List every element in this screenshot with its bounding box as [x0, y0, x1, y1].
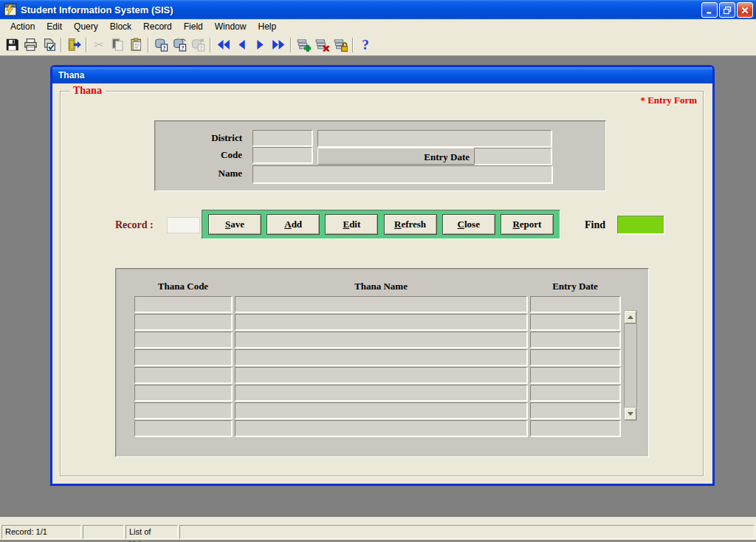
thana-code-cell[interactable]: [134, 296, 232, 312]
toolbar-separator: [148, 38, 149, 52]
menu-item-query[interactable]: Query: [68, 21, 104, 32]
menu-item-record[interactable]: Record: [137, 21, 178, 32]
close-button[interactable]: [737, 2, 753, 18]
window-title: Student Information System (SIS): [21, 4, 173, 16]
form-panel: District Code Entry Date Name: [154, 120, 606, 191]
district-code-field[interactable]: [252, 130, 312, 146]
record-status: Record: 1/1: [1, 525, 81, 539]
menu-item-field[interactable]: Field: [178, 21, 209, 32]
restore-button[interactable]: [719, 2, 735, 18]
grid-row-1: [134, 296, 620, 312]
svg-text:?: ?: [181, 45, 184, 52]
thana-name-cell[interactable]: [235, 296, 527, 312]
grid-row-7: [134, 402, 620, 419]
thana-name-cell[interactable]: [235, 420, 527, 436]
thana-code-cell[interactable]: [134, 367, 232, 383]
last-record-icon[interactable]: [269, 36, 287, 54]
thana-name-cell[interactable]: [235, 314, 527, 330]
toolbar: ✂ ? ? ?: [0, 34, 756, 56]
entry-date-cell[interactable]: [530, 420, 620, 436]
help-icon[interactable]: ?: [357, 36, 374, 54]
list-of-values-status: List of Values: [126, 525, 178, 539]
window-titlebar: Student Information System (SIS): [0, 0, 756, 19]
district-label: District: [161, 132, 242, 144]
entry-date-cell[interactable]: [530, 314, 620, 330]
minimize-button[interactable]: [701, 2, 718, 18]
thana-code-cell[interactable]: [134, 385, 232, 401]
exit-icon[interactable]: [65, 36, 83, 54]
entry-form-note: * Entry Form: [640, 95, 697, 106]
print-verify-icon[interactable]: [40, 36, 58, 54]
insert-record-icon[interactable]: [295, 36, 312, 54]
grid-row-3: [134, 332, 620, 348]
first-record-icon[interactable]: [214, 36, 232, 54]
toolbar-separator: [210, 38, 211, 52]
entry-date-cell[interactable]: [530, 349, 620, 366]
thana-window-titlebar[interactable]: Thana: [52, 67, 712, 83]
entry-date-cell[interactable]: [530, 296, 620, 312]
thana-code-cell[interactable]: [134, 349, 232, 366]
thana-code-cell[interactable]: [134, 314, 232, 330]
record-field[interactable]: [167, 217, 200, 233]
grid-row-2: [134, 314, 620, 330]
code-field[interactable]: [252, 147, 312, 163]
grid-row-4: [134, 349, 620, 366]
menu-item-help[interactable]: Help: [252, 21, 282, 32]
paste-icon[interactable]: [127, 36, 145, 54]
menu-item-edit[interactable]: Edit: [41, 21, 68, 32]
entry-date-field[interactable]: [474, 148, 551, 165]
entry-date-header: Entry Date: [530, 281, 620, 292]
toolbar-separator: [290, 38, 292, 52]
menu-bar: ActionEditQueryBlockRecordFieldWindowHel…: [0, 19, 756, 34]
enter-query-icon[interactable]: ?: [152, 36, 170, 54]
menu-item-window[interactable]: Window: [209, 21, 252, 32]
thana-name-cell[interactable]: [235, 402, 527, 419]
svg-text:?: ?: [162, 45, 165, 52]
next-record-icon[interactable]: [251, 36, 269, 54]
name-field[interactable]: [252, 165, 552, 183]
thana-code-cell[interactable]: [134, 402, 232, 419]
toolbar-separator: [61, 38, 62, 52]
scroll-up-icon[interactable]: [625, 311, 636, 323]
entry-date-cell[interactable]: [530, 402, 620, 419]
close-button[interactable]: Close: [442, 214, 495, 235]
grid-row-6: [134, 385, 620, 401]
thana-name-cell[interactable]: [235, 349, 527, 366]
thana-code-cell[interactable]: [134, 420, 232, 436]
save-icon[interactable]: [3, 36, 21, 54]
delete-record-icon[interactable]: [313, 36, 331, 54]
thana-groupbox: Thana * Entry Form District Code Entry D…: [60, 91, 704, 476]
edit-button[interactable]: Edit: [325, 214, 378, 235]
thana-name-cell[interactable]: [235, 385, 527, 401]
menu-item-action[interactable]: Action: [4, 21, 41, 32]
name-label: Name: [161, 168, 242, 179]
report-button[interactable]: Report: [501, 214, 554, 235]
vertical-scrollbar[interactable]: [624, 310, 637, 421]
thana-code-cell[interactable]: [134, 332, 232, 348]
add-button[interactable]: Add: [267, 214, 320, 235]
cancel-query-icon: ?: [189, 36, 207, 54]
print-icon[interactable]: [21, 36, 39, 54]
status-section-4: [179, 525, 755, 539]
menu-item-block[interactable]: Block: [104, 21, 137, 32]
grid-row-8: [134, 420, 620, 436]
status-section-2: [83, 525, 124, 539]
entry-date-cell[interactable]: [530, 332, 620, 348]
lock-record-icon[interactable]: [331, 36, 349, 54]
find-label: Find: [585, 219, 605, 231]
thana-code-header: Thana Code: [134, 281, 232, 292]
execute-query-icon[interactable]: ?: [171, 36, 188, 54]
entry-date-label: Entry Date: [381, 151, 470, 163]
previous-record-icon[interactable]: [233, 36, 250, 54]
thana-name-cell[interactable]: [235, 367, 527, 383]
entry-date-cell[interactable]: [530, 385, 620, 401]
district-name-field[interactable]: [317, 130, 551, 147]
save-button[interactable]: Save: [208, 214, 261, 235]
grid-row-5: [134, 367, 620, 383]
find-field[interactable]: [617, 216, 664, 234]
entry-date-cell[interactable]: [530, 367, 620, 383]
thana-name-cell[interactable]: [235, 332, 527, 348]
refresh-button[interactable]: Refresh: [384, 214, 437, 235]
toolbar-separator: [352, 38, 354, 52]
scroll-down-icon[interactable]: [625, 408, 636, 420]
